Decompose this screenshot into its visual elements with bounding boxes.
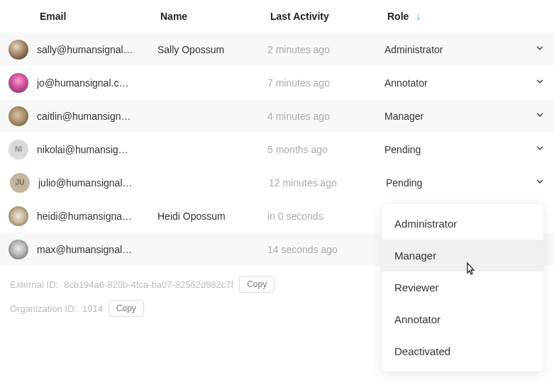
activity-cell: 14 seconds ago: [267, 244, 384, 255]
avatar-cell: [0, 106, 37, 126]
activity-cell: 12 minutes ago: [269, 177, 386, 189]
chevron-down-icon: [535, 110, 545, 122]
avatar: [9, 240, 28, 259]
dropdown-item-annotator[interactable]: Annotator: [382, 303, 543, 335]
org-id-label: Organization ID:: [10, 303, 77, 314]
avatar-cell: [0, 240, 37, 259]
org-id-value: 1914: [82, 303, 103, 314]
name-cell: Sally Opossum: [157, 44, 267, 55]
activity-cell: 2 minutes ago: [267, 44, 384, 55]
dropdown-item-administrator[interactable]: Administrator: [382, 208, 543, 240]
copy-org-id-button[interactable]: Copy: [109, 300, 144, 317]
email-cell: julio@humansignal…: [38, 177, 159, 189]
avatar-cell: NI: [0, 140, 37, 159]
header-last-activity[interactable]: Last Activity: [267, 11, 384, 22]
role-chevron[interactable]: [526, 143, 554, 155]
role-chevron[interactable]: [526, 177, 554, 189]
role-cell: Annotator: [384, 77, 526, 89]
external-id-label: External ID:: [10, 279, 58, 290]
email-cell: heidi@humansigna…: [37, 211, 157, 222]
role-cell: Pending: [386, 177, 526, 189]
avatar: JU: [10, 173, 30, 193]
table-row[interactable]: NInikolai@humansig…5 months agoPending: [0, 133, 554, 166]
chevron-down-icon: [535, 43, 545, 55]
table-header: Email Name Last Activity Role ↓: [0, 0, 554, 33]
header-role-label: Role: [387, 11, 409, 22]
role-chevron[interactable]: [526, 77, 554, 89]
avatar-cell: [0, 40, 37, 60]
email-cell: caitlin@humansign…: [37, 111, 157, 122]
avatar: [9, 73, 28, 93]
table-row[interactable]: JUjulio@humansignal…12 minutes agoPendin…: [0, 166, 554, 199]
avatar-cell: JU: [1, 173, 38, 193]
activity-cell: 5 months ago: [267, 144, 384, 155]
role-cell: Pending: [384, 144, 526, 155]
header-role[interactable]: Role ↓: [384, 11, 526, 22]
table-row[interactable]: caitlin@humansign…4 minutes agoManager: [0, 99, 554, 133]
external-id-value: 8cb194a6-820b-4fca-ba07-82562d982c7f: [64, 279, 233, 290]
copy-external-id-button[interactable]: Copy: [239, 276, 275, 293]
activity-cell: in 0 seconds: [267, 211, 384, 222]
email-cell: max@humansignal…: [37, 244, 157, 255]
dropdown-item-deactivated[interactable]: Deactivated: [382, 335, 543, 367]
role-chevron[interactable]: [526, 43, 554, 55]
role-cell: Administrator: [384, 44, 526, 55]
header-email[interactable]: Email: [37, 11, 157, 22]
avatar-cell: [0, 73, 37, 93]
chevron-down-icon: [535, 143, 545, 155]
avatar-cell: [0, 206, 37, 226]
activity-cell: 4 minutes ago: [267, 111, 384, 122]
avatar: [9, 106, 28, 126]
avatar: [9, 206, 28, 226]
email-cell: jo@humansignal.c…: [37, 77, 157, 89]
dropdown-item-manager[interactable]: Manager: [382, 240, 543, 271]
table-row[interactable]: jo@humansignal.c…7 minutes agoAnnotator: [0, 66, 554, 99]
activity-cell: 7 minutes ago: [267, 77, 384, 89]
email-cell: sally@humansignal…: [37, 44, 157, 55]
avatar: NI: [9, 140, 28, 159]
role-dropdown[interactable]: AdministratorManagerReviewerAnnotatorDea…: [381, 203, 544, 372]
table-row[interactable]: sally@humansignal…Sally Opossum2 minutes…: [0, 33, 554, 66]
email-cell: nikolai@humansig…: [37, 144, 157, 155]
role-chevron[interactable]: [526, 110, 554, 122]
avatar: [9, 40, 28, 60]
dropdown-item-reviewer[interactable]: Reviewer: [382, 271, 543, 303]
role-cell: Manager: [384, 111, 526, 122]
chevron-down-icon: [535, 177, 545, 189]
chevron-down-icon: [535, 77, 545, 89]
name-cell: Heidi Opossum: [157, 211, 267, 222]
header-name[interactable]: Name: [157, 11, 267, 22]
sort-arrow-icon: ↓: [416, 11, 421, 22]
